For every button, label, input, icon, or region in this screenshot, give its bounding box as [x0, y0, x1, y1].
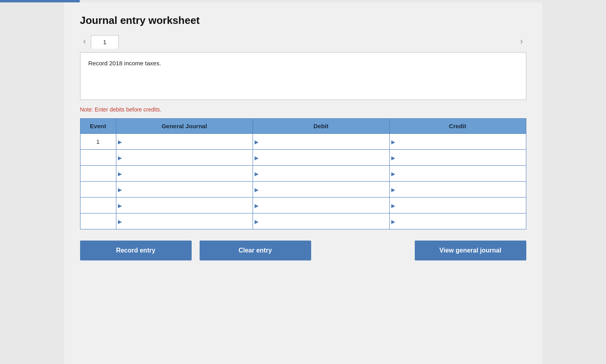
- credit-input-1[interactable]: [390, 150, 526, 165]
- arrow-indicator-credit-4: ▶: [391, 202, 395, 208]
- button-row: Record entry Clear entry View general jo…: [80, 241, 526, 260]
- arrow-indicator-credit-1: ▶: [391, 155, 395, 160]
- arrow-indicator-debit-4: ▶: [255, 202, 259, 208]
- general-journal-cell-5[interactable]: ▶: [116, 213, 253, 229]
- arrow-indicator-credit-3: ▶: [391, 186, 395, 192]
- debit-input-4[interactable]: [253, 198, 389, 213]
- page-title: Journal entry worksheet: [80, 14, 526, 27]
- event-cell-3: [80, 182, 116, 198]
- arrow-indicator-gj-0: ▶: [118, 139, 122, 145]
- clear-entry-button[interactable]: Clear entry: [200, 241, 311, 260]
- arrow-indicator-gj-2: ▶: [118, 170, 122, 176]
- arrow-indicator-credit-2: ▶: [391, 170, 395, 176]
- arrow-indicator-gj-5: ▶: [118, 218, 122, 224]
- credit-cell-5[interactable]: ▶: [389, 213, 526, 229]
- general-journal-cell-2[interactable]: ▶: [116, 166, 253, 182]
- debit-cell-5[interactable]: ▶: [253, 213, 389, 229]
- table-row: ▶▶▶: [80, 166, 526, 182]
- general-journal-input-4[interactable]: [116, 198, 253, 213]
- description-text: Record 2018 income taxes.: [88, 60, 161, 67]
- table-row: ▶▶▶: [80, 213, 526, 229]
- debit-cell-4[interactable]: ▶: [253, 198, 389, 213]
- general-journal-input-5[interactable]: [116, 213, 253, 229]
- credit-cell-4[interactable]: ▶: [389, 198, 526, 213]
- prev-arrow[interactable]: ‹: [80, 35, 89, 48]
- event-cell-5: [80, 213, 116, 229]
- arrow-indicator-credit-5: ▶: [391, 218, 395, 224]
- credit-input-4[interactable]: [390, 198, 526, 213]
- debit-input-5[interactable]: [253, 213, 389, 229]
- arrow-indicator-debit-3: ▶: [255, 186, 259, 192]
- credit-input-0[interactable]: [390, 134, 526, 149]
- col-header-credit: Credit: [389, 119, 526, 134]
- arrow-indicator-credit-0: ▶: [391, 139, 395, 145]
- event-cell-0: 1: [80, 134, 116, 150]
- arrow-indicator-debit-1: ▶: [255, 155, 259, 160]
- journal-table: Event General Journal Debit Credit 1▶▶▶▶…: [80, 118, 526, 229]
- credit-input-2[interactable]: [390, 166, 526, 181]
- debit-cell-3[interactable]: ▶: [253, 182, 389, 198]
- current-tab[interactable]: 1: [91, 35, 119, 49]
- col-header-event: Event: [80, 119, 116, 134]
- general-journal-cell-1[interactable]: ▶: [116, 150, 253, 166]
- note-text: Note: Enter debits before credits.: [80, 106, 526, 113]
- credit-cell-2[interactable]: ▶: [389, 166, 526, 182]
- view-general-journal-button[interactable]: View general journal: [415, 241, 526, 260]
- next-arrow[interactable]: ›: [517, 35, 526, 48]
- credit-cell-3[interactable]: ▶: [389, 182, 526, 198]
- debit-cell-0[interactable]: ▶: [253, 134, 389, 150]
- credit-input-5[interactable]: [390, 213, 526, 229]
- arrow-indicator-gj-1: ▶: [118, 155, 122, 160]
- debit-input-3[interactable]: [253, 182, 389, 197]
- general-journal-input-1[interactable]: [116, 150, 253, 165]
- credit-cell-0[interactable]: ▶: [389, 134, 526, 150]
- event-cell-1: [80, 150, 116, 166]
- credit-input-3[interactable]: [390, 182, 526, 197]
- debit-input-2[interactable]: [253, 166, 389, 181]
- arrow-indicator-gj-4: ▶: [118, 202, 122, 208]
- debit-input-1[interactable]: [253, 150, 389, 165]
- description-box: Record 2018 income taxes.: [80, 52, 526, 100]
- debit-cell-1[interactable]: ▶: [253, 150, 389, 166]
- table-row: 1▶▶▶: [80, 134, 526, 150]
- table-row: ▶▶▶: [80, 150, 526, 166]
- general-journal-cell-3[interactable]: ▶: [116, 182, 253, 198]
- general-journal-cell-4[interactable]: ▶: [116, 198, 253, 213]
- credit-cell-1[interactable]: ▶: [389, 150, 526, 166]
- col-header-general-journal: General Journal: [116, 119, 253, 134]
- event-cell-4: [80, 198, 116, 213]
- table-row: ▶▶▶: [80, 198, 526, 213]
- arrow-indicator-debit-0: ▶: [255, 139, 259, 145]
- event-cell-2: [80, 166, 116, 182]
- nav-row: ‹ 1 ›: [80, 35, 526, 48]
- col-header-debit: Debit: [253, 119, 389, 134]
- arrow-indicator-debit-5: ▶: [255, 218, 259, 224]
- general-journal-input-3[interactable]: [116, 182, 253, 197]
- table-row: ▶▶▶: [80, 182, 526, 198]
- debit-cell-2[interactable]: ▶: [253, 166, 389, 182]
- general-journal-input-2[interactable]: [116, 166, 253, 181]
- general-journal-cell-0[interactable]: ▶: [116, 134, 253, 150]
- main-container: Journal entry worksheet ‹ 1 › Record 201…: [64, 2, 542, 364]
- general-journal-input-0[interactable]: [116, 134, 253, 149]
- arrow-indicator-debit-2: ▶: [255, 170, 259, 176]
- record-entry-button[interactable]: Record entry: [80, 241, 192, 260]
- arrow-indicator-gj-3: ▶: [118, 186, 122, 192]
- debit-input-0[interactable]: [253, 134, 389, 149]
